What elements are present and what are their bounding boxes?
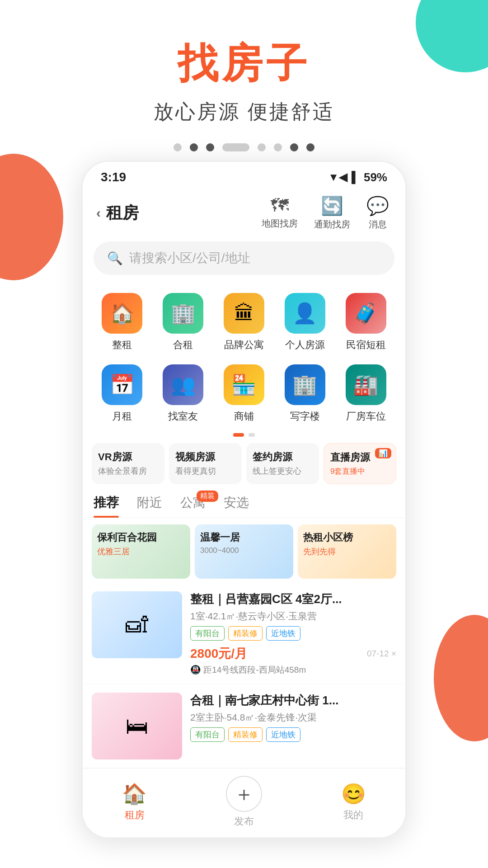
tab-apartment-badge: 精装 xyxy=(197,491,218,502)
tag-balcony-2: 有阳台 xyxy=(190,727,225,742)
cat-brand[interactable]: 🏛 品牌公寓 xyxy=(214,288,275,359)
map-icon: 🗺 xyxy=(271,195,289,216)
pdot-2[interactable] xyxy=(249,433,255,437)
feature-sign-desc: 线上签更安心 xyxy=(253,466,313,476)
cat-icon-personal: 👤 xyxy=(285,293,325,334)
back-arrow[interactable]: ‹ xyxy=(96,205,101,221)
feature-video[interactable]: 视频房源 看得更真切 xyxy=(169,443,242,484)
battery-text: 59% xyxy=(364,170,387,184)
feature-vr-desc: 体验全景看房 xyxy=(98,466,158,476)
bottom-nav-add-button[interactable]: ＋ xyxy=(226,776,262,812)
dots-indicator xyxy=(0,143,488,151)
hero-subtitle: 放心房源 便捷舒适 xyxy=(0,99,488,125)
promo-title-2: 温馨一居 xyxy=(195,524,293,546)
dot-7[interactable] xyxy=(290,143,298,151)
top-nav: ‹ 租房 🗺 地图找房 🔄 通勤找房 💬 消息 xyxy=(83,189,405,237)
nav-right: 🗺 地图找房 🔄 通勤找房 💬 消息 xyxy=(262,195,389,231)
cat-personal[interactable]: 👤 个人房源 xyxy=(274,288,335,359)
listing-title-1: 整租｜吕营嘉园C区 4室2厅... xyxy=(190,591,396,607)
cat-icon-office: 🏢 xyxy=(285,364,325,405)
dot-3[interactable] xyxy=(206,143,214,151)
promo-sub-3: 先到先得 xyxy=(298,546,396,557)
wifi-icon: ▼◀ xyxy=(328,171,347,184)
dot-2[interactable] xyxy=(190,143,198,151)
feature-vr[interactable]: VR房源 体验全景看房 xyxy=(92,443,164,484)
promo-card-3[interactable]: 热租小区榜 先到先得 xyxy=(298,524,396,579)
cat-shop[interactable]: 🏪 商铺 xyxy=(214,359,275,430)
listing-detail-2: 2室主卧·54.8㎡·金泰先锋·次渠 xyxy=(190,711,396,724)
live-badge: 📊 xyxy=(375,448,391,458)
tab-recommend[interactable]: 推荐 xyxy=(94,494,119,518)
listing-info-1: 整租｜吕营嘉园C区 4室2厅... 1室·42.1㎡·慈云寺小区·玉泉营 有阳台… xyxy=(190,591,396,676)
bg-orange-top-circle xyxy=(0,154,63,280)
tab-apartment[interactable]: 公寓 精装 xyxy=(180,494,206,518)
cat-office[interactable]: 🏢 写字楼 xyxy=(274,359,335,430)
cat-label-personal: 个人房源 xyxy=(285,338,325,352)
map-find-button[interactable]: 🗺 地图找房 xyxy=(262,195,298,231)
promo-title-1: 保利百合花园 xyxy=(92,524,190,546)
feature-vr-title: VR房源 xyxy=(98,450,158,464)
commute-label: 通勤找房 xyxy=(314,218,350,231)
metro-icon: 🚇 xyxy=(190,665,201,675)
listing-tags-1: 有阳台 精装修 近地铁 xyxy=(190,626,396,641)
bottom-nav-publish-label: 发布 xyxy=(234,815,254,828)
feature-video-desc: 看得更真切 xyxy=(175,466,235,476)
cat-label-hezu: 合租 xyxy=(173,338,193,352)
bottom-nav-mine[interactable]: 😊 我的 xyxy=(341,782,366,822)
listing-img-1: 🛋 xyxy=(92,591,182,658)
feature-row: VR房源 体验全景看房 视频房源 看得更真切 签约房源 线上签更安心 📊 直播房… xyxy=(83,443,405,491)
bottom-nav-mine-label: 我的 xyxy=(343,808,363,822)
status-right: ▼◀ ▌ 59% xyxy=(328,170,387,184)
listing-title-2: 合租｜南七家庄村中心街 1... xyxy=(190,693,396,708)
search-bar[interactable]: 🔍 请搜索小区/公司/地址 xyxy=(94,241,394,275)
signal-icon: ▌ xyxy=(352,171,359,184)
listing-metro-1: 🚇 距14号线西段-西局站458m xyxy=(190,664,396,676)
dot-1[interactable] xyxy=(174,143,182,151)
cat-icon-roommate: 👥 xyxy=(163,364,203,405)
phone-mockup: 3:19 ▼◀ ▌ 59% ‹ 租房 🗺 地图找房 🔄 通勤找房 💬 消息 xyxy=(81,160,407,839)
bottom-nav-rent-label: 租房 xyxy=(125,808,145,822)
search-icon: 🔍 xyxy=(107,251,123,266)
message-button[interactable]: 💬 消息 xyxy=(366,195,389,231)
bg-orange-bottom-circle xyxy=(434,615,488,741)
message-label: 消息 xyxy=(369,218,387,231)
listing-img-inner-2: 🛏 xyxy=(92,693,182,760)
pdot-1[interactable] xyxy=(233,433,244,437)
dot-6[interactable] xyxy=(274,143,282,151)
bottom-nav: 🏠 租房 ＋ 发布 😊 我的 xyxy=(83,768,405,837)
tab-select[interactable]: 安选 xyxy=(224,494,249,518)
tab-nearby[interactable]: 附近 xyxy=(137,494,162,518)
cat-short[interactable]: 🧳 民宿短租 xyxy=(335,288,396,359)
cat-zhenzu[interactable]: 🏠 整租 xyxy=(92,288,153,359)
commute-find-button[interactable]: 🔄 通勤找房 xyxy=(314,195,350,231)
cat-hezu[interactable]: 🏢 合租 xyxy=(153,288,214,359)
feature-live[interactable]: 📊 直播房源 9套直播中 xyxy=(324,443,396,484)
cat-label-brand: 品牌公寓 xyxy=(224,338,264,352)
listing-item-1[interactable]: 🛋 整租｜吕营嘉园C区 4室2厅... 1室·42.1㎡·慈云寺小区·玉泉营 有… xyxy=(83,583,405,684)
listing-img-inner-1: 🛋 xyxy=(92,591,182,658)
dot-pill[interactable] xyxy=(222,143,249,151)
listing-img-2: 🛏 xyxy=(92,693,182,760)
cat-label-roommate: 找室友 xyxy=(168,410,198,423)
tab-nearby-label: 附近 xyxy=(137,495,162,509)
category-grid: 🏠 整租 🏢 合租 🏛 品牌公寓 👤 个人房源 🧳 民宿短租 📅 月租 👥 找室… xyxy=(83,283,405,430)
cat-factory[interactable]: 🏭 厂房车位 xyxy=(335,359,396,430)
status-time: 3:19 xyxy=(101,170,126,184)
nav-left: ‹ 租房 xyxy=(96,202,139,224)
dot-5[interactable] xyxy=(258,143,266,151)
hero-title: 找房子 xyxy=(0,36,488,91)
bottom-nav-rent[interactable]: 🏠 租房 xyxy=(122,782,147,822)
listing-item-2[interactable]: 🛏 合租｜南七家庄村中心街 1... 2室主卧·54.8㎡·金泰先锋·次渠 有阳… xyxy=(83,684,405,768)
cat-icon-shop: 🏪 xyxy=(224,364,264,405)
message-icon: 💬 xyxy=(366,195,389,217)
feature-sign[interactable]: 签约房源 线上签更安心 xyxy=(246,443,319,484)
cat-monthly[interactable]: 📅 月租 xyxy=(92,359,153,430)
promo-card-2[interactable]: 温馨一居 3000~4000 xyxy=(195,524,293,579)
bottom-nav-publish[interactable]: ＋ 发布 xyxy=(226,776,262,828)
dot-8[interactable] xyxy=(306,143,314,151)
listing-price-row-1: 2800元/月 07-12 × xyxy=(190,645,396,662)
promo-card-1[interactable]: 保利百合花园 优雅三居 xyxy=(92,524,190,579)
cat-icon-brand: 🏛 xyxy=(224,293,264,334)
feature-sign-title: 签约房源 xyxy=(253,450,313,464)
cat-roommate[interactable]: 👥 找室友 xyxy=(153,359,214,430)
